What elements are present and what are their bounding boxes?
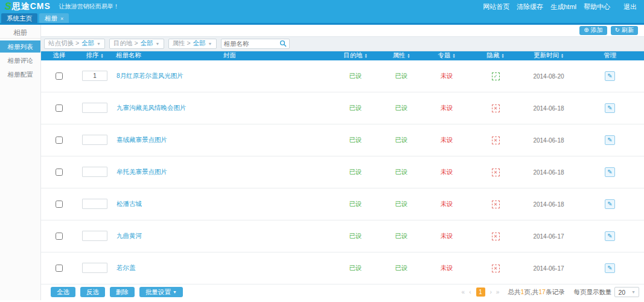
column-header-topic[interactable]: 专题▲▼ <box>424 51 470 60</box>
updated-date: 2014-06-18 <box>533 169 564 176</box>
hidden-toggle-icon[interactable]: ✕ <box>492 169 500 176</box>
row-checkbox[interactable] <box>56 104 63 112</box>
sort-input[interactable] <box>82 103 107 113</box>
topic-status: 未设 <box>441 264 453 271</box>
filter-label: 站点切换 > <box>48 39 79 48</box>
destination-filter-dropdown[interactable]: 目的地 > 全部 ▼ <box>109 39 164 49</box>
hidden-toggle-icon[interactable]: ✕ <box>492 201 500 208</box>
sidebar-item-album-settings[interactable]: 相册配置 <box>0 68 40 80</box>
hidden-toggle-icon[interactable]: ✓ <box>492 72 500 80</box>
edit-icon[interactable]: ✎ <box>605 231 615 241</box>
filter-value: 全部 <box>193 39 206 48</box>
column-header-sort[interactable]: 排序▲▼ <box>77 51 112 60</box>
top-link[interactable]: 退出 <box>623 2 637 11</box>
row-checkbox[interactable] <box>56 72 63 80</box>
invert-selection-button[interactable]: 反选 <box>80 287 105 297</box>
edit-icon[interactable]: ✎ <box>605 135 615 145</box>
album-name-link[interactable]: 九曲黄河 <box>112 232 142 240</box>
sort-input[interactable] <box>82 231 107 241</box>
filter-bar: 站点切换 > 全部 ▼ 目的地 > 全部 ▼ 属性 > 全部 ▼ <box>41 36 644 51</box>
top-link[interactable]: 生成html <box>550 2 576 11</box>
filter-label: 目的地 > <box>113 39 138 48</box>
destination-status: 已设 <box>349 200 362 207</box>
album-name-link[interactable]: 九寨沟藏羌风情晚会图片 <box>112 104 187 112</box>
row-checkbox[interactable] <box>56 137 63 144</box>
add-button[interactable]: ⊕ 添加 <box>579 26 607 35</box>
top-link[interactable]: 网站首页 <box>483 2 509 11</box>
album-name-link[interactable]: 若尔盖 <box>112 264 136 272</box>
attribute-status: 已设 <box>395 104 408 111</box>
tab-album[interactable]: 相册× <box>39 13 69 23</box>
attribute-status: 已设 <box>395 136 408 143</box>
per-page-select[interactable]: 20 ▼ <box>614 287 639 297</box>
album-name-link[interactable]: 牟托羌寨景点图片 <box>112 168 167 176</box>
per-page-label: 每页显示数量 <box>573 288 611 297</box>
updated-date: 2014-06-18 <box>533 137 564 144</box>
sidebar-item-album-comments[interactable]: 相册评论 <box>0 54 40 66</box>
chevron-down-icon: ▼ <box>173 290 177 294</box>
edit-icon[interactable]: ✎ <box>605 199 615 209</box>
last-page-icon[interactable]: » <box>496 289 500 295</box>
sort-arrows-icon: ▲▼ <box>101 53 104 58</box>
hidden-toggle-icon[interactable]: ✕ <box>492 104 500 112</box>
top-link[interactable]: 清除缓存 <box>517 2 543 11</box>
close-icon[interactable]: × <box>60 16 63 22</box>
column-header-attribute[interactable]: 属性▲▼ <box>379 51 424 60</box>
chevron-down-icon: ▼ <box>97 42 101 46</box>
hidden-toggle-icon[interactable]: ✕ <box>492 137 500 144</box>
sort-arrows-icon: ▲▼ <box>407 53 410 58</box>
topic-status: 未设 <box>441 232 453 239</box>
row-checkbox[interactable] <box>56 233 63 240</box>
tab-label: 系统主页 <box>7 14 32 22</box>
record-summary: 总共1页,共17条记录 <box>508 288 564 297</box>
edit-icon[interactable]: ✎ <box>605 167 615 177</box>
delete-button[interactable]: 删除 <box>110 287 135 297</box>
site-filter-dropdown[interactable]: 站点切换 > 全部 ▼ <box>44 39 105 49</box>
sidebar-item-album-list[interactable]: 相册列表 <box>0 40 40 53</box>
sort-arrows-icon: ▲▼ <box>453 53 456 58</box>
sort-input[interactable] <box>82 167 107 177</box>
sort-input[interactable] <box>82 135 107 145</box>
refresh-button[interactable]: ↻ 刷新 <box>611 26 638 35</box>
sort-input[interactable] <box>82 71 107 81</box>
edit-icon[interactable]: ✎ <box>605 103 615 113</box>
search-icon[interactable] <box>279 40 287 47</box>
column-header-updated[interactable]: 更新时间▲▼ <box>521 51 576 60</box>
batch-settings-button[interactable]: 批量设置 ▼ <box>139 287 183 297</box>
select-all-button[interactable]: 全选 <box>51 287 75 297</box>
column-header-cover: 封面 <box>217 51 332 60</box>
column-header-hidden[interactable]: 隐藏▲▼ <box>470 51 521 60</box>
sort-input[interactable] <box>82 263 107 273</box>
next-page-icon[interactable]: › <box>489 289 493 295</box>
row-checkbox[interactable] <box>56 265 63 272</box>
row-checkbox[interactable] <box>56 169 63 176</box>
hidden-toggle-icon[interactable]: ✕ <box>492 265 500 272</box>
tab-system-home[interactable]: 系统主页 <box>1 13 37 23</box>
add-icon: ⊕ <box>584 27 588 33</box>
current-page[interactable]: 1 <box>476 288 485 297</box>
batch-label: 批量设置 <box>145 288 171 297</box>
prev-page-icon[interactable]: ‹ <box>468 289 471 295</box>
refresh-label: 刷新 <box>622 26 634 34</box>
edit-icon[interactable]: ✎ <box>605 71 615 81</box>
topic-status: 未设 <box>441 72 453 79</box>
summary-text: 总共 <box>508 288 520 295</box>
hidden-toggle-icon[interactable]: ✕ <box>492 233 500 240</box>
updated-date: 2014-08-20 <box>533 73 564 80</box>
table-row: 九曲黄河 已设 已设 未设 ✕ 2014-06-17 ✎ <box>41 220 644 252</box>
attribute-filter-dropdown[interactable]: 属性 > 全部 ▼ <box>168 39 217 49</box>
sort-input[interactable] <box>82 199 107 209</box>
edit-icon[interactable]: ✎ <box>605 263 615 273</box>
column-header-destination[interactable]: 目的地▲▼ <box>332 51 379 60</box>
album-name-link[interactable]: 松潘古城 <box>112 200 142 208</box>
album-name-link[interactable]: 8月红原若尔盖风光图片 <box>112 72 183 80</box>
topic-status: 未设 <box>441 200 453 207</box>
row-checkbox[interactable] <box>56 201 63 208</box>
sort-arrows-icon: ▲▼ <box>502 53 505 58</box>
search-input[interactable] <box>224 40 279 47</box>
updated-date: 2014-06-18 <box>533 201 564 208</box>
filter-value: 全部 <box>81 39 94 48</box>
top-link[interactable]: 帮助中心 <box>584 2 610 11</box>
album-name-link[interactable]: 嘉绒藏寨景点图片 <box>112 136 167 144</box>
first-page-icon[interactable]: « <box>461 289 466 295</box>
